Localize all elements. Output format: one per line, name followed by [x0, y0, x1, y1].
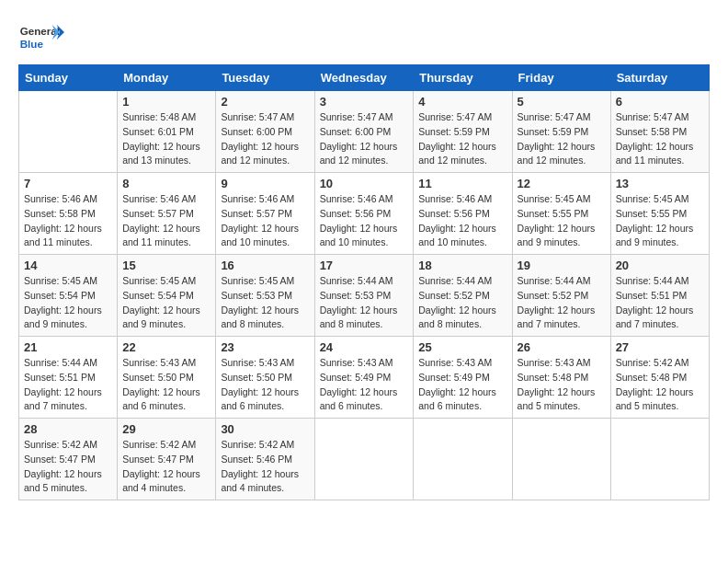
day-cell: 1Sunrise: 5:48 AM Sunset: 6:01 PM Daylig… — [118, 91, 216, 173]
page-header: General Blue — [18, 18, 710, 55]
day-info: Sunrise: 5:42 AM Sunset: 5:46 PM Dayligh… — [221, 438, 309, 496]
day-info: Sunrise: 5:45 AM Sunset: 5:54 PM Dayligh… — [24, 274, 112, 332]
day-cell: 10Sunrise: 5:46 AM Sunset: 5:56 PM Dayli… — [314, 173, 414, 255]
day-info: Sunrise: 5:44 AM Sunset: 5:52 PM Dayligh… — [518, 274, 606, 332]
week-row-4: 21Sunrise: 5:44 AM Sunset: 5:51 PM Dayli… — [19, 337, 710, 419]
week-row-3: 14Sunrise: 5:45 AM Sunset: 5:54 PM Dayli… — [19, 255, 710, 337]
day-cell — [512, 419, 610, 500]
logo-icon: General Blue — [18, 18, 64, 55]
day-info: Sunrise: 5:44 AM Sunset: 5:53 PM Dayligh… — [320, 274, 409, 332]
day-number: 2 — [221, 95, 309, 109]
day-cell: 4Sunrise: 5:47 AM Sunset: 5:59 PM Daylig… — [414, 91, 512, 173]
day-cell: 8Sunrise: 5:46 AM Sunset: 5:57 PM Daylig… — [118, 173, 216, 255]
day-number: 6 — [616, 95, 704, 109]
day-cell: 24Sunrise: 5:43 AM Sunset: 5:49 PM Dayli… — [314, 337, 414, 419]
day-cell: 18Sunrise: 5:44 AM Sunset: 5:52 PM Dayli… — [414, 255, 512, 337]
day-info: Sunrise: 5:42 AM Sunset: 5:47 PM Dayligh… — [24, 438, 112, 496]
day-cell: 25Sunrise: 5:43 AM Sunset: 5:49 PM Dayli… — [414, 337, 512, 419]
day-number: 19 — [518, 259, 606, 272]
day-number: 5 — [518, 95, 606, 109]
day-info: Sunrise: 5:47 AM Sunset: 5:59 PM Dayligh… — [518, 110, 606, 168]
day-info: Sunrise: 5:47 AM Sunset: 6:00 PM Dayligh… — [320, 110, 409, 168]
day-cell: 13Sunrise: 5:45 AM Sunset: 5:55 PM Dayli… — [610, 173, 709, 255]
day-info: Sunrise: 5:46 AM Sunset: 5:56 PM Dayligh… — [320, 192, 409, 250]
day-number: 26 — [518, 340, 606, 354]
day-number: 20 — [616, 259, 704, 272]
day-number: 10 — [320, 177, 409, 190]
day-cell: 29Sunrise: 5:42 AM Sunset: 5:47 PM Dayli… — [118, 419, 216, 500]
day-cell: 11Sunrise: 5:46 AM Sunset: 5:56 PM Dayli… — [414, 173, 512, 255]
day-cell: 22Sunrise: 5:43 AM Sunset: 5:50 PM Dayli… — [118, 337, 216, 419]
day-cell: 9Sunrise: 5:46 AM Sunset: 5:57 PM Daylig… — [216, 173, 314, 255]
header-cell-saturday: Saturday — [610, 65, 709, 91]
day-cell: 14Sunrise: 5:45 AM Sunset: 5:54 PM Dayli… — [19, 255, 118, 337]
logo: General Blue — [18, 18, 64, 55]
day-cell: 6Sunrise: 5:47 AM Sunset: 5:58 PM Daylig… — [610, 91, 709, 173]
day-cell: 23Sunrise: 5:43 AM Sunset: 5:50 PM Dayli… — [216, 337, 314, 419]
day-info: Sunrise: 5:45 AM Sunset: 5:55 PM Dayligh… — [518, 192, 606, 250]
week-row-2: 7Sunrise: 5:46 AM Sunset: 5:58 PM Daylig… — [19, 173, 710, 255]
day-info: Sunrise: 5:45 AM Sunset: 5:54 PM Dayligh… — [122, 274, 210, 332]
day-info: Sunrise: 5:45 AM Sunset: 5:53 PM Dayligh… — [221, 274, 309, 332]
day-cell: 16Sunrise: 5:45 AM Sunset: 5:53 PM Dayli… — [216, 255, 314, 337]
day-cell: 2Sunrise: 5:47 AM Sunset: 6:00 PM Daylig… — [216, 91, 314, 173]
day-cell — [314, 419, 414, 500]
day-cell: 21Sunrise: 5:44 AM Sunset: 5:51 PM Dayli… — [19, 337, 118, 419]
day-number: 27 — [616, 340, 704, 354]
day-info: Sunrise: 5:46 AM Sunset: 5:57 PM Dayligh… — [122, 192, 210, 250]
day-number: 13 — [616, 177, 704, 190]
day-number: 12 — [518, 177, 606, 190]
day-number: 28 — [24, 422, 112, 436]
day-info: Sunrise: 5:43 AM Sunset: 5:49 PM Dayligh… — [418, 356, 506, 414]
day-info: Sunrise: 5:47 AM Sunset: 5:58 PM Dayligh… — [616, 110, 704, 168]
day-cell: 20Sunrise: 5:44 AM Sunset: 5:51 PM Dayli… — [610, 255, 709, 337]
header-cell-monday: Monday — [118, 65, 216, 91]
day-number: 7 — [24, 177, 112, 190]
day-cell: 15Sunrise: 5:45 AM Sunset: 5:54 PM Dayli… — [118, 255, 216, 337]
day-info: Sunrise: 5:47 AM Sunset: 5:59 PM Dayligh… — [418, 110, 506, 168]
day-number: 9 — [221, 177, 309, 190]
day-cell — [414, 419, 512, 500]
day-info: Sunrise: 5:43 AM Sunset: 5:49 PM Dayligh… — [320, 356, 409, 414]
day-number: 1 — [122, 95, 210, 109]
day-info: Sunrise: 5:43 AM Sunset: 5:50 PM Dayligh… — [122, 356, 210, 414]
day-cell: 19Sunrise: 5:44 AM Sunset: 5:52 PM Dayli… — [512, 255, 610, 337]
week-row-5: 28Sunrise: 5:42 AM Sunset: 5:47 PM Dayli… — [19, 419, 710, 500]
svg-text:Blue: Blue — [20, 38, 44, 50]
day-number: 15 — [122, 259, 210, 272]
day-number: 21 — [24, 340, 112, 354]
day-info: Sunrise: 5:48 AM Sunset: 6:01 PM Dayligh… — [122, 110, 210, 168]
header-row: SundayMondayTuesdayWednesdayThursdayFrid… — [19, 65, 710, 91]
day-cell: 30Sunrise: 5:42 AM Sunset: 5:46 PM Dayli… — [216, 419, 314, 500]
day-number: 18 — [418, 259, 506, 272]
day-cell: 3Sunrise: 5:47 AM Sunset: 6:00 PM Daylig… — [314, 91, 414, 173]
day-info: Sunrise: 5:42 AM Sunset: 5:47 PM Dayligh… — [122, 438, 210, 496]
day-number: 3 — [320, 95, 409, 109]
day-number: 11 — [418, 177, 506, 190]
day-number: 22 — [122, 340, 210, 354]
week-row-1: 1Sunrise: 5:48 AM Sunset: 6:01 PM Daylig… — [19, 91, 710, 173]
day-cell: 26Sunrise: 5:43 AM Sunset: 5:48 PM Dayli… — [512, 337, 610, 419]
day-info: Sunrise: 5:47 AM Sunset: 6:00 PM Dayligh… — [221, 110, 309, 168]
day-info: Sunrise: 5:44 AM Sunset: 5:51 PM Dayligh… — [616, 274, 704, 332]
day-info: Sunrise: 5:44 AM Sunset: 5:51 PM Dayligh… — [24, 356, 112, 414]
day-number: 17 — [320, 259, 409, 272]
calendar-header: SundayMondayTuesdayWednesdayThursdayFrid… — [19, 65, 710, 91]
day-number: 30 — [221, 422, 309, 436]
day-number: 14 — [24, 259, 112, 272]
day-cell — [610, 419, 709, 500]
day-info: Sunrise: 5:46 AM Sunset: 5:57 PM Dayligh… — [221, 192, 309, 250]
day-cell: 27Sunrise: 5:42 AM Sunset: 5:48 PM Dayli… — [610, 337, 709, 419]
day-info: Sunrise: 5:43 AM Sunset: 5:48 PM Dayligh… — [518, 356, 606, 414]
calendar-body: 1Sunrise: 5:48 AM Sunset: 6:01 PM Daylig… — [19, 91, 710, 500]
day-cell — [19, 91, 118, 173]
day-info: Sunrise: 5:46 AM Sunset: 5:56 PM Dayligh… — [418, 192, 506, 250]
day-info: Sunrise: 5:46 AM Sunset: 5:58 PM Dayligh… — [24, 192, 112, 250]
day-number: 24 — [320, 340, 409, 354]
header-cell-wednesday: Wednesday — [314, 65, 414, 91]
header-cell-friday: Friday — [512, 65, 610, 91]
day-info: Sunrise: 5:42 AM Sunset: 5:48 PM Dayligh… — [616, 356, 704, 414]
day-cell: 12Sunrise: 5:45 AM Sunset: 5:55 PM Dayli… — [512, 173, 610, 255]
day-number: 25 — [418, 340, 506, 354]
day-number: 8 — [122, 177, 210, 190]
